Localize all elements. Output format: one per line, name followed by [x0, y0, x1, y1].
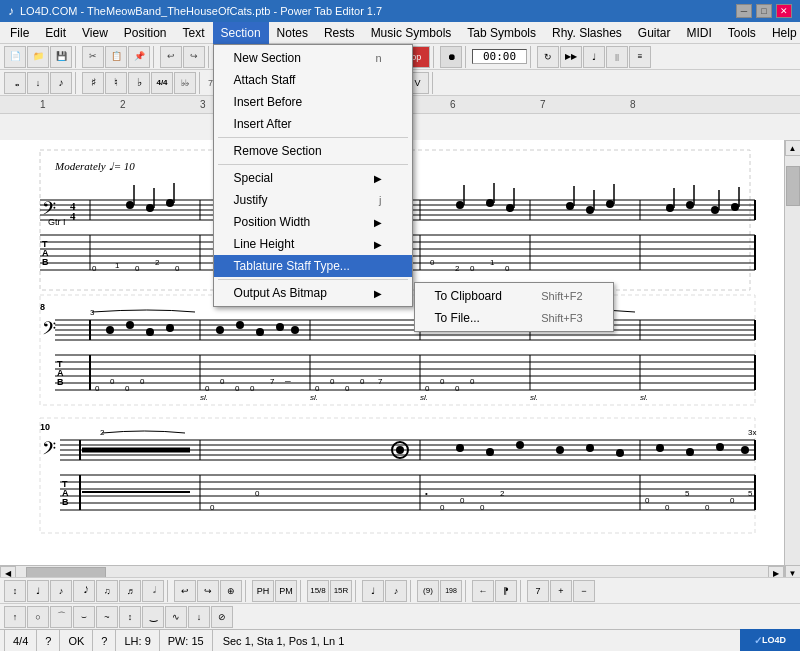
note-whole[interactable]: 𝅝 [4, 72, 26, 94]
menu-line-height[interactable]: Line Height ▶ [214, 233, 412, 255]
vertical-scrollbar[interactable]: ▲ ▼ [784, 140, 800, 581]
new-btn[interactable]: 📄 [4, 46, 26, 68]
bottom2-tool-4[interactable]: ⌣ [73, 606, 95, 628]
bottom-tool-10[interactable]: ⊕ [220, 580, 242, 602]
menu-tablature-staff-type[interactable]: Tablature Staff Type... [214, 255, 412, 277]
bottom-tool-6[interactable]: ♬ [119, 580, 141, 602]
menu-position[interactable]: Position [116, 22, 175, 44]
bottom-tool-12[interactable]: PM [275, 580, 297, 602]
svg-text:0: 0 [470, 377, 475, 386]
svg-text:0: 0 [135, 264, 140, 273]
bottom2-tool-7[interactable]: ‿ [142, 606, 164, 628]
bottom-tool-17[interactable]: (9) [417, 580, 439, 602]
timesig-btn[interactable]: 4/4 [151, 72, 173, 94]
bottom-tool-22[interactable]: + [550, 580, 572, 602]
redo-btn[interactable]: ↪ [183, 46, 205, 68]
rhy2-btn[interactable]: ≡ [629, 46, 651, 68]
undo-btn[interactable]: ↩ [160, 46, 182, 68]
menu-notes[interactable]: Notes [269, 22, 316, 44]
bottom-tool-1[interactable]: ↕ [4, 580, 26, 602]
scroll-thumb[interactable] [786, 166, 800, 206]
menu-output-as-bitmap[interactable]: Output As Bitmap ▶ To Clipboard Shift+F2… [214, 282, 412, 304]
menu-tab-symbols[interactable]: Tab Symbols [459, 22, 544, 44]
menu-section[interactable]: Section [213, 22, 269, 44]
section-dropdown-menu: New Section n Attach Staff Insert Before… [213, 44, 413, 307]
copy-btn[interactable]: 📋 [105, 46, 127, 68]
speed-btn[interactable]: ▶▶ [560, 46, 582, 68]
menu-rhy-slashes[interactable]: Rhy. Slashes [544, 22, 630, 44]
sep-b [153, 46, 157, 68]
scroll-up-button[interactable]: ▲ [785, 140, 801, 156]
maximize-button[interactable]: □ [756, 4, 772, 18]
svg-point-177 [716, 443, 724, 451]
paste-btn[interactable]: 📌 [128, 46, 150, 68]
bottom-tool-19[interactable]: ← [472, 580, 494, 602]
bottom2-tool-3[interactable]: ⌒ [50, 606, 72, 628]
menu-to-clipboard[interactable]: To Clipboard Shift+F2 [415, 285, 613, 307]
bottom2-tool-6[interactable]: ↕ [119, 606, 141, 628]
menu-rests[interactable]: Rests [316, 22, 363, 44]
menu-insert-after[interactable]: Insert After [214, 113, 412, 135]
bottom-tool-20[interactable]: ⁋ [495, 580, 517, 602]
special-arrow: ▶ [374, 173, 382, 184]
bottom-tool-14[interactable]: 15R [330, 580, 352, 602]
bottom-tool-16[interactable]: ♪ [385, 580, 407, 602]
bottom2-tool-1[interactable]: ↑ [4, 606, 26, 628]
open-btn[interactable]: 📁 [27, 46, 49, 68]
bottom-tool-21[interactable]: 7 [527, 580, 549, 602]
bottom-tool-5[interactable]: ♫ [96, 580, 118, 602]
save-btn[interactable]: 💾 [50, 46, 72, 68]
cut-btn[interactable]: ✂ [82, 46, 104, 68]
menu-guitar[interactable]: Guitar [630, 22, 679, 44]
note-eighth[interactable]: ♪ [50, 72, 72, 94]
menu-attach-staff[interactable]: Attach Staff [214, 69, 412, 91]
bottom-tool-13[interactable]: 15/8 [307, 580, 329, 602]
menu-music-symbols[interactable]: Music Symbols [363, 22, 460, 44]
bottom-tool-3[interactable]: ♪ [50, 580, 72, 602]
loop-btn[interactable]: ↻ [537, 46, 559, 68]
bottom-tool-9[interactable]: ↪ [197, 580, 219, 602]
flat-btn[interactable]: ♭ [128, 72, 150, 94]
menu-to-file[interactable]: To File... Shift+F3 [415, 307, 613, 329]
bottom-tool-23[interactable]: − [573, 580, 595, 602]
menu-edit[interactable]: Edit [37, 22, 74, 44]
bottom-tool-8[interactable]: ↩ [174, 580, 196, 602]
menu-remove-section[interactable]: Remove Section [214, 140, 412, 162]
sharp-btn[interactable]: ♯ [82, 72, 104, 94]
menu-text[interactable]: Text [175, 22, 213, 44]
bottom2-tool-10[interactable]: ⊘ [211, 606, 233, 628]
menu-insert-before[interactable]: Insert Before [214, 91, 412, 113]
bottom-tool-18[interactable]: 198 [440, 580, 462, 602]
bottom-tool-15[interactable]: ♩ [362, 580, 384, 602]
menu-new-section[interactable]: New Section n [214, 47, 412, 69]
bottom2-tool-2[interactable]: ○ [27, 606, 49, 628]
menu-midi[interactable]: MIDI [679, 22, 720, 44]
title-bar-left: ♪ LO4D.COM - TheMeowBand_TheHouseOfCats.… [8, 4, 382, 18]
scroll-track[interactable] [785, 156, 800, 565]
bottom-tool-2[interactable]: ♩ [27, 580, 49, 602]
bottom2-tool-5[interactable]: ~ [96, 606, 118, 628]
close-button[interactable]: ✕ [776, 4, 792, 18]
bottom-tool-4[interactable]: 𝅘𝅥𝅮 [73, 580, 95, 602]
menu-special[interactable]: Special ▶ [214, 167, 412, 189]
record-btn[interactable]: ⏺ [440, 46, 462, 68]
svg-point-21 [146, 204, 154, 212]
bottom2-tool-8[interactable]: ∿ [165, 606, 187, 628]
svg-point-35 [456, 201, 464, 209]
menu-position-width[interactable]: Position Width ▶ [214, 211, 412, 233]
metronome-btn[interactable]: ♩ [583, 46, 605, 68]
note-cursor[interactable]: ↓ [27, 72, 49, 94]
rhy1-btn[interactable]: || [606, 46, 628, 68]
position-status: Sec 1, Sta 1, Pos 1, Ln 1 [213, 635, 796, 647]
menu-justify[interactable]: Justify j [214, 189, 412, 211]
key-btn[interactable]: ♭♭ [174, 72, 196, 94]
bottom2-tool-9[interactable]: ↓ [188, 606, 210, 628]
natural-btn[interactable]: ♮ [105, 72, 127, 94]
bottom-tool-11[interactable]: PH [252, 580, 274, 602]
menu-tools[interactable]: Tools [720, 22, 764, 44]
menu-view[interactable]: View [74, 22, 116, 44]
bottom-tool-7[interactable]: 𝅗𝅥 [142, 580, 164, 602]
menu-help[interactable]: Help [764, 22, 800, 44]
minimize-button[interactable]: ─ [736, 4, 752, 18]
menu-file[interactable]: File [2, 22, 37, 44]
